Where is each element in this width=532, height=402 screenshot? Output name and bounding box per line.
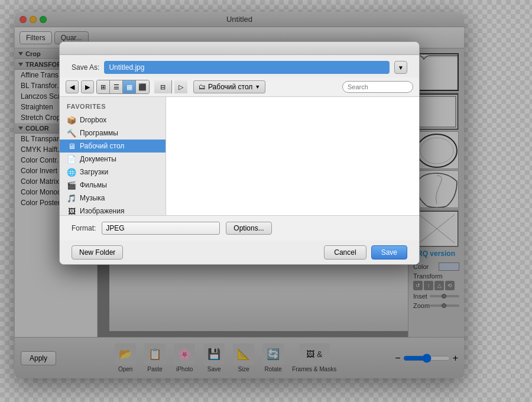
view-icon-btn[interactable]: ⊞: [97, 80, 110, 93]
fav-desktop-label: Рабочий стол: [80, 142, 124, 150]
favorites-header: FAVORITES: [60, 102, 166, 114]
back-button[interactable]: ◀: [66, 80, 79, 93]
fav-images[interactable]: 🖼 Изображения: [60, 205, 166, 218]
options-button[interactable]: Options...: [226, 222, 271, 235]
format-select[interactable]: JPEG PNG TIFF BMP GIF: [102, 222, 220, 235]
save-as-label: Save As:: [72, 63, 99, 72]
fav-music[interactable]: 🎵 Музыка: [60, 192, 166, 205]
format-label: Format:: [72, 224, 96, 232]
new-folder-button[interactable]: New Folder: [72, 245, 123, 260]
app-window: Untitled Filters Quar... Crop TRANSFORM: [15, 12, 464, 378]
favorites-pane: FAVORITES 📦 Dropbox 🔨 Программы 🖥 Рабочи…: [60, 97, 166, 215]
save-as-input[interactable]: [104, 61, 390, 74]
location-label: Рабочий стол: [208, 83, 252, 91]
expand-button[interactable]: ▼: [394, 61, 407, 74]
search-input[interactable]: [342, 81, 413, 93]
action-buttons: Cancel Save: [324, 245, 407, 260]
dialog-title-bar: [60, 42, 419, 55]
view-share-btn[interactable]: ▷: [174, 80, 187, 93]
fav-movies-label: Фильмы: [80, 181, 107, 189]
fav-programs[interactable]: 🔨 Программы: [60, 127, 166, 140]
fav-images-label: Изображения: [80, 207, 124, 215]
desktop-icon: 🖥: [67, 141, 76, 151]
downloads-icon: 🌐: [67, 167, 76, 177]
programs-icon: 🔨: [67, 128, 76, 138]
dialog-overlay: Save As: ▼ ◀ ▶ ⊞ ☰ ▦ ⬛ ⊟ ▷: [15, 12, 464, 378]
images-icon: 🖼: [67, 206, 76, 216]
files-pane[interactable]: [166, 97, 419, 215]
fav-documents-label: Документы: [80, 155, 116, 163]
fav-downloads[interactable]: 🌐 Загрузки: [60, 166, 166, 179]
view-buttons: ⊞ ☰ ▦ ⬛: [96, 80, 150, 94]
dialog-nav-bar: ◀ ▶ ⊞ ☰ ▦ ⬛ ⊟ ▷ 🗂 Рабочий стол ▼: [60, 77, 419, 97]
view-cover-btn[interactable]: ⬛: [136, 80, 149, 93]
dropbox-icon: 📦: [67, 115, 76, 125]
save-dialog: Save As: ▼ ◀ ▶ ⊞ ☰ ▦ ⬛ ⊟ ▷: [59, 41, 420, 265]
forward-button[interactable]: ▶: [81, 80, 94, 93]
fav-desktop[interactable]: 🖥 Рабочий стол: [60, 140, 166, 153]
save-as-row: Save As: ▼: [60, 55, 419, 77]
fav-movies[interactable]: 🎬 Фильмы: [60, 179, 166, 192]
fav-downloads-label: Загрузки: [80, 168, 108, 176]
dropdown-icon: ▼: [255, 84, 260, 90]
dialog-actions: New Folder Cancel Save: [60, 241, 419, 264]
save-button[interactable]: Save: [371, 245, 407, 260]
format-select-wrapper: JPEG PNG TIFF BMP GIF: [102, 222, 220, 235]
folder-icon: 🗂: [199, 83, 206, 91]
view-list-btn[interactable]: ☰: [110, 80, 123, 93]
music-icon: 🎵: [67, 193, 76, 203]
cancel-button[interactable]: Cancel: [324, 245, 366, 260]
dialog-browser: FAVORITES 📦 Dropbox 🔨 Программы 🖥 Рабочи…: [60, 97, 419, 215]
documents-icon: 📄: [67, 154, 76, 164]
fav-music-label: Музыка: [80, 194, 105, 202]
fav-dropbox-label: Dropbox: [80, 116, 106, 124]
view-grid-btn[interactable]: ⊟: [154, 80, 172, 93]
fav-programs-label: Программы: [80, 129, 118, 137]
view-column-btn[interactable]: ▦: [123, 80, 136, 93]
location-selector[interactable]: 🗂 Рабочий стол ▼: [193, 80, 265, 93]
fav-documents[interactable]: 📄 Документы: [60, 153, 166, 166]
fav-dropbox[interactable]: 📦 Dropbox: [60, 114, 166, 127]
format-row: Format: JPEG PNG TIFF BMP GIF Options...: [60, 215, 419, 241]
movies-icon: 🎬: [67, 180, 76, 190]
